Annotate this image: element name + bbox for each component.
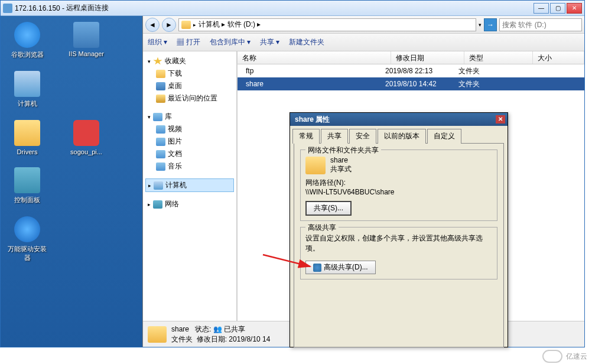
cloud-icon bbox=[542, 350, 562, 363]
addr-dropdown[interactable]: ▾ bbox=[479, 22, 482, 28]
advanced-share-button[interactable]: 高级共享(D)... bbox=[305, 261, 376, 274]
dialog-close-button[interactable]: ✕ bbox=[496, 115, 505, 124]
dialog-titlebar[interactable]: share 属性 ✕ bbox=[290, 113, 508, 126]
close-button[interactable]: ✕ bbox=[567, 3, 582, 14]
tree-video[interactable]: 视频 bbox=[154, 123, 234, 135]
tree-library[interactable]: ▾库 bbox=[145, 110, 234, 123]
tb-share[interactable]: 共享 ▾ bbox=[260, 37, 279, 47]
list-row-share[interactable]: share 2019/8/10 14:42 文件夹 bbox=[238, 77, 584, 90]
desktop-icon-driver-install[interactable]: 万能驱动安装器 bbox=[6, 216, 48, 262]
search-input[interactable] bbox=[499, 18, 582, 31]
tab-general[interactable]: 常规 bbox=[292, 129, 320, 144]
nav-tree[interactable]: ▾收藏夹 下载 桌面 最近访问的位置 ▾库 视频 图片 文档 音乐 ▸计算机 ▸… bbox=[143, 51, 238, 321]
rdp-ip: 172.16.16.150 bbox=[15, 4, 60, 12]
rdp-title: 远程桌面连接 bbox=[66, 3, 532, 13]
tree-downloads[interactable]: 下载 bbox=[154, 67, 234, 80]
minimize-button[interactable]: — bbox=[534, 3, 549, 14]
tb-open[interactable]: ▦ 打开 bbox=[177, 37, 200, 47]
list-row-ftp[interactable]: ftp 2019/8/8 22:13 文件夹 bbox=[238, 64, 584, 77]
tree-computer[interactable]: ▸计算机 bbox=[145, 178, 234, 192]
properties-dialog: share 属性 ✕ 常规 共享 安全 以前的版本 自定义 网络文件和文件夹共享… bbox=[290, 112, 508, 347]
tree-music[interactable]: 音乐 bbox=[154, 160, 234, 173]
tb-organize[interactable]: 组织 ▾ bbox=[148, 37, 167, 47]
tab-share[interactable]: 共享 bbox=[321, 129, 348, 144]
folder-icon bbox=[181, 21, 191, 29]
tree-docs[interactable]: 文档 bbox=[154, 148, 234, 160]
shield-icon bbox=[313, 264, 321, 272]
tree-network[interactable]: ▸网络 bbox=[145, 198, 234, 210]
maximize-button[interactable]: ▢ bbox=[550, 3, 565, 14]
desktop-icon-browser[interactable]: 谷歌浏览器 bbox=[6, 22, 48, 59]
tree-desktop[interactable]: 桌面 bbox=[154, 80, 234, 92]
tab-previous[interactable]: 以前的版本 bbox=[378, 129, 426, 144]
watermark: 亿速云 bbox=[542, 350, 587, 363]
group-advanced-share: 高级共享 设置自定义权限，创建多个共享，并设置其他高级共享选项。 高级共享(D)… bbox=[300, 227, 497, 280]
desktop[interactable]: 谷歌浏览器 IIS Manager 计算机 Drivers sogou_pi..… bbox=[1, 16, 142, 347]
address-bar[interactable]: ▸ 计算机 ▸ 软件 (D:) ▸ bbox=[178, 18, 476, 31]
folder-icon bbox=[305, 157, 326, 174]
tab-custom[interactable]: 自定义 bbox=[427, 129, 461, 144]
forward-button[interactable]: ► bbox=[162, 18, 176, 32]
desktop-icon-drivers[interactable]: Drivers bbox=[6, 120, 48, 155]
desktop-icon-iis[interactable]: IIS Manager bbox=[66, 22, 107, 59]
desktop-icon-sogou[interactable]: sogou_pi... bbox=[66, 120, 107, 155]
rdp-titlebar: 172.16.16.150 - 远程桌面连接 — ▢ ✕ bbox=[1, 1, 584, 16]
rdp-icon bbox=[3, 4, 12, 13]
group-network-share: 网络文件和文件夹共享 share 共享式 网络路径(N): \\WIN-LT5U… bbox=[300, 150, 497, 221]
list-header[interactable]: 名称 修改日期 类型 大小 bbox=[238, 51, 584, 64]
desktop-icon-control-panel[interactable]: 控制面板 bbox=[6, 167, 48, 204]
folder-icon bbox=[148, 326, 167, 343]
tb-library[interactable]: 包含到库中 ▾ bbox=[210, 37, 251, 47]
back-button[interactable]: ◄ bbox=[145, 18, 160, 32]
refresh-button[interactable]: → bbox=[484, 18, 497, 31]
desktop-icon-computer[interactable]: 计算机 bbox=[6, 71, 48, 108]
share-button[interactable]: 共享(S)... bbox=[305, 201, 352, 216]
tab-security[interactable]: 安全 bbox=[349, 129, 376, 144]
tree-recent[interactable]: 最近访问的位置 bbox=[154, 92, 234, 105]
tree-pictures[interactable]: 图片 bbox=[154, 135, 234, 148]
tree-favorites[interactable]: ▾收藏夹 bbox=[145, 55, 234, 67]
tb-newfolder[interactable]: 新建文件夹 bbox=[289, 37, 324, 47]
